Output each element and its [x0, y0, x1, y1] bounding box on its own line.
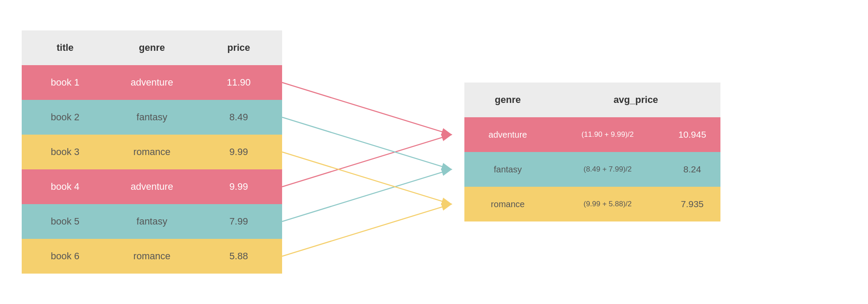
left-col-title: title: [22, 30, 108, 65]
left-cell-price-5: 7.99: [195, 204, 282, 239]
right-table: genre avg_price adventure(11.90 + 9.99)/…: [464, 83, 720, 221]
left-cell-genre-6: romance: [108, 239, 195, 274]
left-cell-price-4: 9.99: [195, 169, 282, 204]
right-cell-value-3: 7.935: [664, 187, 720, 221]
right-cell-formula-3: (9.99 + 5.88)/2: [551, 187, 664, 221]
left-cell-title-1: book 1: [22, 65, 108, 100]
left-cell-genre-2: fantasy: [108, 100, 195, 135]
right-col-genre: genre: [464, 83, 551, 117]
svg-line-2: [282, 117, 451, 169]
left-cell-genre-3: romance: [108, 135, 195, 169]
table-row: book 6romance5.88: [22, 239, 282, 274]
left-table: title genre price book 1adventure11.90bo…: [22, 30, 282, 274]
right-cell-formula-1: (11.90 + 9.99)/2: [551, 117, 664, 152]
left-cell-title-5: book 5: [22, 204, 108, 239]
left-cell-price-3: 9.99: [195, 135, 282, 169]
svg-line-4: [282, 152, 451, 204]
left-cell-genre-4: adventure: [108, 169, 195, 204]
arrows-diagram: [282, 30, 464, 274]
right-cell-genre-3: romance: [464, 187, 551, 221]
svg-line-5: [282, 204, 451, 256]
right-table-wrapper: genre avg_price adventure(11.90 + 9.99)/…: [464, 83, 720, 221]
left-cell-title-3: book 3: [22, 135, 108, 169]
left-cell-price-1: 11.90: [195, 65, 282, 100]
left-col-genre: genre: [108, 30, 195, 65]
table-row: adventure(11.90 + 9.99)/210.945: [464, 117, 720, 152]
left-cell-price-6: 5.88: [195, 239, 282, 274]
svg-line-0: [282, 83, 451, 135]
right-cell-genre-2: fantasy: [464, 152, 551, 187]
table-row: book 4adventure9.99: [22, 169, 282, 204]
table-row: book 2fantasy8.49: [22, 100, 282, 135]
table-row: fantasy(8.49 + 7.99)/28.24: [464, 152, 720, 187]
right-cell-value-2: 8.24: [664, 152, 720, 187]
right-cell-formula-2: (8.49 + 7.99)/2: [551, 152, 664, 187]
svg-line-3: [282, 169, 451, 221]
left-col-price: price: [195, 30, 282, 65]
left-cell-price-2: 8.49: [195, 100, 282, 135]
right-cell-value-1: 10.945: [664, 117, 720, 152]
table-row: romance(9.99 + 5.88)/27.935: [464, 187, 720, 221]
svg-line-1: [282, 135, 451, 187]
left-cell-title-6: book 6: [22, 239, 108, 274]
right-cell-genre-1: adventure: [464, 117, 551, 152]
table-row: book 3romance9.99: [22, 135, 282, 169]
left-cell-genre-1: adventure: [108, 65, 195, 100]
right-col-avgprice: avg_price: [551, 83, 720, 117]
left-cell-title-2: book 2: [22, 100, 108, 135]
left-cell-title-4: book 4: [22, 169, 108, 204]
left-table-wrapper: title genre price book 1adventure11.90bo…: [22, 30, 282, 274]
table-row: book 1adventure11.90: [22, 65, 282, 100]
left-cell-genre-5: fantasy: [108, 204, 195, 239]
main-container: title genre price book 1adventure11.90bo…: [22, 30, 846, 274]
table-row: book 5fantasy7.99: [22, 204, 282, 239]
